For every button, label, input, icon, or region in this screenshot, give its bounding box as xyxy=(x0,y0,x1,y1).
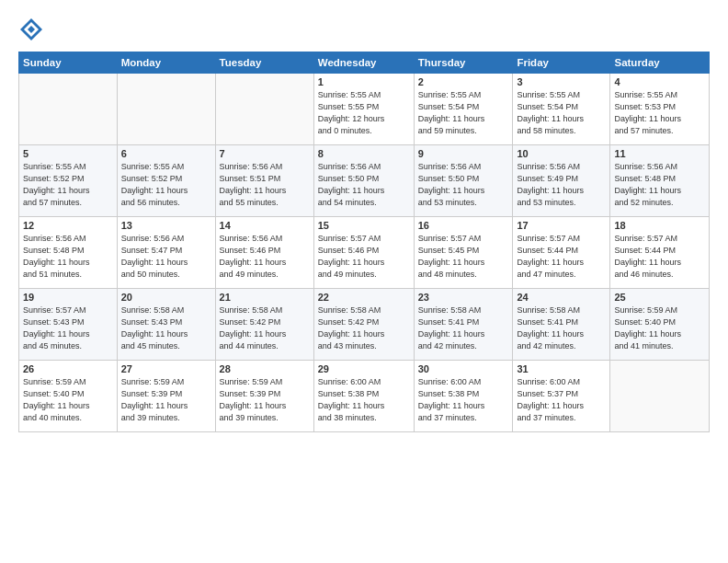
calendar-cell: 10Sunrise: 5:56 AM Sunset: 5:49 PM Dayli… xyxy=(513,145,610,217)
day-info: Sunrise: 5:55 AM Sunset: 5:55 PM Dayligh… xyxy=(318,89,410,137)
day-number: 4 xyxy=(614,76,705,87)
calendar-cell: 3Sunrise: 5:55 AM Sunset: 5:54 PM Daylig… xyxy=(513,74,610,145)
day-info: Sunrise: 5:57 AM Sunset: 5:46 PM Dayligh… xyxy=(318,233,410,281)
day-info: Sunrise: 5:58 AM Sunset: 5:42 PM Dayligh… xyxy=(318,304,410,352)
day-info: Sunrise: 5:57 AM Sunset: 5:44 PM Dayligh… xyxy=(614,233,705,281)
calendar-week-4: 19Sunrise: 5:57 AM Sunset: 5:43 PM Dayli… xyxy=(19,289,710,361)
logo xyxy=(18,17,48,42)
day-number: 10 xyxy=(517,148,606,159)
calendar-cell: 16Sunrise: 5:57 AM Sunset: 5:45 PM Dayli… xyxy=(414,217,513,289)
day-number: 14 xyxy=(220,220,310,231)
calendar-table: SundayMondayTuesdayWednesdayThursdayFrid… xyxy=(18,52,710,432)
weekday-header-wednesday: Wednesday xyxy=(313,52,414,74)
calendar-cell: 20Sunrise: 5:58 AM Sunset: 5:43 PM Dayli… xyxy=(117,289,215,361)
day-info: Sunrise: 5:55 AM Sunset: 5:53 PM Dayligh… xyxy=(614,89,705,137)
day-number: 7 xyxy=(220,148,310,159)
day-number: 8 xyxy=(318,148,410,159)
day-info: Sunrise: 6:00 AM Sunset: 5:38 PM Dayligh… xyxy=(418,376,509,424)
day-number: 16 xyxy=(418,220,509,231)
weekday-header-monday: Monday xyxy=(117,52,215,74)
day-number: 23 xyxy=(418,292,509,303)
calendar-cell: 30Sunrise: 6:00 AM Sunset: 5:38 PM Dayli… xyxy=(414,361,513,432)
weekday-header-sunday: Sunday xyxy=(19,52,118,74)
calendar-cell: 21Sunrise: 5:58 AM Sunset: 5:42 PM Dayli… xyxy=(215,289,313,361)
day-number: 21 xyxy=(220,292,310,303)
day-info: Sunrise: 5:58 AM Sunset: 5:41 PM Dayligh… xyxy=(418,304,509,352)
calendar-cell: 5Sunrise: 5:55 AM Sunset: 5:52 PM Daylig… xyxy=(19,145,118,217)
calendar-cell: 19Sunrise: 5:57 AM Sunset: 5:43 PM Dayli… xyxy=(19,289,118,361)
day-info: Sunrise: 5:55 AM Sunset: 5:54 PM Dayligh… xyxy=(418,89,509,137)
day-number: 12 xyxy=(23,220,113,231)
day-number: 28 xyxy=(220,363,310,374)
calendar-cell: 6Sunrise: 5:55 AM Sunset: 5:52 PM Daylig… xyxy=(117,145,215,217)
day-info: Sunrise: 5:56 AM Sunset: 5:47 PM Dayligh… xyxy=(121,233,211,281)
calendar-cell: 28Sunrise: 5:59 AM Sunset: 5:39 PM Dayli… xyxy=(215,361,313,432)
calendar-cell: 15Sunrise: 5:57 AM Sunset: 5:46 PM Dayli… xyxy=(313,217,414,289)
logo-icon xyxy=(18,17,44,42)
day-number: 18 xyxy=(614,220,705,231)
calendar-cell: 2Sunrise: 5:55 AM Sunset: 5:54 PM Daylig… xyxy=(414,74,513,145)
calendar-cell: 24Sunrise: 5:58 AM Sunset: 5:41 PM Dayli… xyxy=(513,289,610,361)
day-info: Sunrise: 5:56 AM Sunset: 5:48 PM Dayligh… xyxy=(23,233,113,281)
day-info: Sunrise: 5:57 AM Sunset: 5:43 PM Dayligh… xyxy=(23,304,113,352)
calendar-cell: 9Sunrise: 5:56 AM Sunset: 5:50 PM Daylig… xyxy=(414,145,513,217)
calendar-week-5: 26Sunrise: 5:59 AM Sunset: 5:40 PM Dayli… xyxy=(19,361,710,432)
day-number: 22 xyxy=(318,292,410,303)
calendar-cell: 29Sunrise: 6:00 AM Sunset: 5:38 PM Dayli… xyxy=(313,361,414,432)
calendar-cell xyxy=(19,74,118,145)
calendar-cell: 22Sunrise: 5:58 AM Sunset: 5:42 PM Dayli… xyxy=(313,289,414,361)
day-number: 6 xyxy=(121,148,211,159)
day-info: Sunrise: 5:55 AM Sunset: 5:52 PM Dayligh… xyxy=(23,161,113,209)
calendar-cell: 13Sunrise: 5:56 AM Sunset: 5:47 PM Dayli… xyxy=(117,217,215,289)
day-info: Sunrise: 5:56 AM Sunset: 5:51 PM Dayligh… xyxy=(220,161,310,209)
calendar-cell: 11Sunrise: 5:56 AM Sunset: 5:48 PM Dayli… xyxy=(610,145,710,217)
calendar-cell xyxy=(117,74,215,145)
weekday-header-friday: Friday xyxy=(513,52,610,74)
day-number: 17 xyxy=(517,220,606,231)
day-info: Sunrise: 6:00 AM Sunset: 5:38 PM Dayligh… xyxy=(318,376,410,424)
day-info: Sunrise: 5:56 AM Sunset: 5:50 PM Dayligh… xyxy=(418,161,509,209)
day-info: Sunrise: 5:59 AM Sunset: 5:39 PM Dayligh… xyxy=(220,376,310,424)
calendar-week-1: 1Sunrise: 5:55 AM Sunset: 5:55 PM Daylig… xyxy=(19,74,710,145)
calendar-cell: 23Sunrise: 5:58 AM Sunset: 5:41 PM Dayli… xyxy=(414,289,513,361)
day-info: Sunrise: 5:55 AM Sunset: 5:52 PM Dayligh… xyxy=(121,161,211,209)
day-info: Sunrise: 6:00 AM Sunset: 5:37 PM Dayligh… xyxy=(517,376,606,424)
calendar-week-2: 5Sunrise: 5:55 AM Sunset: 5:52 PM Daylig… xyxy=(19,145,710,217)
day-number: 26 xyxy=(23,363,113,374)
day-info: Sunrise: 5:56 AM Sunset: 5:48 PM Dayligh… xyxy=(614,161,705,209)
weekday-header-tuesday: Tuesday xyxy=(215,52,313,74)
day-info: Sunrise: 5:56 AM Sunset: 5:46 PM Dayligh… xyxy=(220,233,310,281)
day-number: 29 xyxy=(318,363,410,374)
header xyxy=(18,17,710,42)
weekday-row: SundayMondayTuesdayWednesdayThursdayFrid… xyxy=(19,52,710,74)
day-info: Sunrise: 5:57 AM Sunset: 5:45 PM Dayligh… xyxy=(418,233,509,281)
calendar-cell: 12Sunrise: 5:56 AM Sunset: 5:48 PM Dayli… xyxy=(19,217,118,289)
day-info: Sunrise: 5:59 AM Sunset: 5:40 PM Dayligh… xyxy=(23,376,113,424)
calendar-cell: 8Sunrise: 5:56 AM Sunset: 5:50 PM Daylig… xyxy=(313,145,414,217)
calendar-cell: 1Sunrise: 5:55 AM Sunset: 5:55 PM Daylig… xyxy=(313,74,414,145)
day-number: 13 xyxy=(121,220,211,231)
calendar-cell: 7Sunrise: 5:56 AM Sunset: 5:51 PM Daylig… xyxy=(215,145,313,217)
day-number: 20 xyxy=(121,292,211,303)
day-number: 11 xyxy=(614,148,705,159)
day-info: Sunrise: 5:56 AM Sunset: 5:50 PM Dayligh… xyxy=(318,161,410,209)
day-number: 19 xyxy=(23,292,113,303)
calendar-cell xyxy=(215,74,313,145)
day-number: 25 xyxy=(614,292,705,303)
calendar-body: 1Sunrise: 5:55 AM Sunset: 5:55 PM Daylig… xyxy=(19,74,710,432)
day-number: 1 xyxy=(318,76,410,87)
day-info: Sunrise: 5:57 AM Sunset: 5:44 PM Dayligh… xyxy=(517,233,606,281)
weekday-header-thursday: Thursday xyxy=(414,52,513,74)
calendar-cell: 4Sunrise: 5:55 AM Sunset: 5:53 PM Daylig… xyxy=(610,74,710,145)
day-number: 15 xyxy=(318,220,410,231)
day-number: 3 xyxy=(517,76,606,87)
calendar-week-3: 12Sunrise: 5:56 AM Sunset: 5:48 PM Dayli… xyxy=(19,217,710,289)
page: SundayMondayTuesdayWednesdayThursdayFrid… xyxy=(0,0,728,563)
calendar-cell: 18Sunrise: 5:57 AM Sunset: 5:44 PM Dayli… xyxy=(610,217,710,289)
day-info: Sunrise: 5:58 AM Sunset: 5:41 PM Dayligh… xyxy=(517,304,606,352)
calendar-cell: 27Sunrise: 5:59 AM Sunset: 5:39 PM Dayli… xyxy=(117,361,215,432)
day-info: Sunrise: 5:59 AM Sunset: 5:40 PM Dayligh… xyxy=(614,304,705,352)
day-number: 31 xyxy=(517,363,606,374)
day-number: 24 xyxy=(517,292,606,303)
day-number: 27 xyxy=(121,363,211,374)
